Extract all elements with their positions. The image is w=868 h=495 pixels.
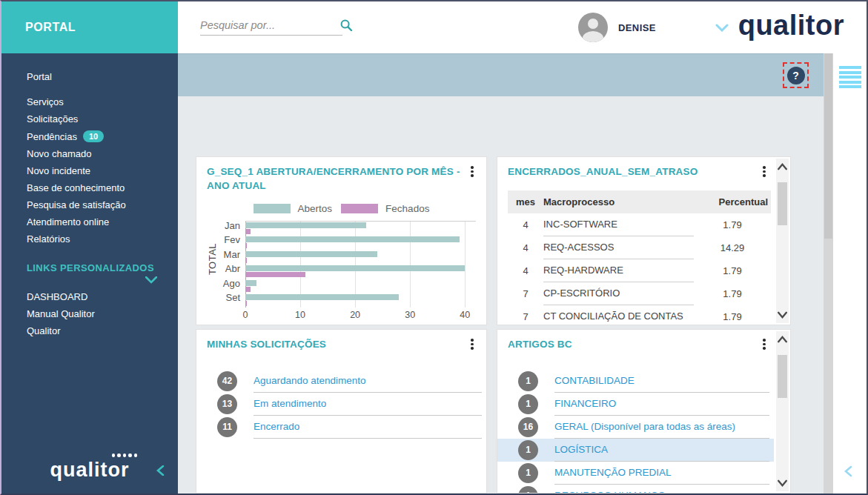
sidebar-item-relatorios[interactable]: Relatórios (1, 230, 178, 248)
page-scrollbar[interactable] (824, 53, 833, 494)
sidebar-item-qualitor[interactable]: Qualitor (1, 322, 178, 339)
artigo-category-link[interactable]: FINANCEIRO (554, 393, 769, 416)
bar-abertos (245, 294, 399, 300)
list-item: 1 CONTABILIDADE (497, 370, 774, 393)
user-avatar-icon (578, 13, 608, 42)
bar-abertos (245, 251, 377, 257)
sidebar-item-label: Qualitor (27, 325, 61, 336)
artigos-list: 1 CONTABILIDADE 1 FINANCEIRO 16 GERAL (D… (497, 370, 774, 494)
user-menu-chevron-down-icon[interactable] (715, 24, 729, 32)
widget-scrollbar (776, 159, 789, 323)
hamburger-menu-icon[interactable] (839, 66, 861, 88)
count-badge: 42 (217, 371, 237, 391)
legend-label: Abertos (298, 203, 333, 214)
content-row: ? G_SEQ_1 ABERTURA/ENCERRAMENTO POR MÊS … (178, 53, 867, 494)
app-window: PORTAL Portal Serviços Solicitações Pend… (0, 0, 868, 495)
right-side-panel (833, 53, 867, 494)
help-icon: ? (787, 67, 805, 84)
sidebar-header-title: PORTAL (1, 1, 178, 53)
chart-category-row (245, 265, 476, 279)
count-badge: 1 (518, 440, 538, 460)
logo-dots-icon (112, 454, 138, 457)
table-header-row: mes Macroprocesso Percentual (508, 190, 771, 213)
bar-fechados (245, 229, 251, 234)
sidebar-item-label: Novo chamado (27, 148, 91, 159)
table-row: 7 CP-ESCRITÓRIO 1.79 (508, 282, 771, 305)
chart-category-label: Fev (219, 235, 245, 250)
legend-swatch-abertos (254, 204, 291, 213)
widget-menu-kebab-icon[interactable] (759, 339, 769, 350)
sidebar-item-dashboard[interactable]: DASHBOARD (1, 288, 178, 305)
search-icon[interactable] (340, 19, 352, 31)
column-header-mes: mes (508, 196, 543, 207)
bar-fechados (245, 272, 305, 277)
x-tick-label: 10 (295, 310, 305, 320)
widget-title: G_SEQ_1 ABERTURA/ENCERRAMENTO POR MÊS - … (196, 157, 486, 193)
sidebar-item-label: DASHBOARD (27, 291, 87, 302)
solicitacao-link[interactable]: Encerrado (254, 416, 482, 439)
sidebar-collapse-chevron-icon[interactable] (156, 465, 165, 476)
sidebar-item-label: Serviços (27, 96, 64, 107)
chart-y-axis-label: TOTAL (207, 243, 218, 275)
sidebar-item-pesquisa-satisfacao[interactable]: Pesquisa de satisfação (1, 196, 178, 213)
sidebar-footer: qualitor (1, 459, 178, 482)
count-badge: 11 (217, 417, 237, 437)
cell-mes: 4 (508, 213, 543, 236)
artigo-category-link[interactable]: LOGÍSTICA (554, 439, 769, 462)
chart-category-row (245, 293, 476, 308)
chart-category-label: Ago (219, 279, 245, 293)
scrollbar-thumb[interactable] (778, 182, 787, 225)
scroll-up-icon[interactable] (777, 334, 788, 345)
user-menu[interactable]: DENISE (578, 13, 729, 42)
bar-fechados (245, 301, 247, 306)
sidebar-item-pendencias[interactable]: Pendências10 (1, 127, 178, 145)
search-input[interactable] (200, 19, 340, 31)
list-item: 42 Aguardando atendimento (196, 370, 486, 393)
artigo-category-link[interactable]: GERAL (Disponível para todas as áreas) (554, 416, 769, 439)
list-item-highlighted: 1 LOGÍSTICA (497, 439, 774, 462)
widget-menu-kebab-icon[interactable] (467, 339, 477, 350)
widget-scrollbar (776, 331, 789, 491)
artigo-category-link[interactable]: RECURSOS HUMANOS (554, 485, 769, 494)
count-badge: 1 (518, 394, 538, 414)
sidebar-item-servicos[interactable]: Serviços (1, 93, 178, 110)
widget-minhas-solicitacoes: MINHAS SOLICITAÇÕES 42 Aguardando atendi… (196, 329, 487, 494)
sidebar-item-portal[interactable]: Portal (1, 68, 178, 85)
cell-macroprocesso: CT CONCILIAÇÃO DE CONTAS (543, 305, 694, 325)
widget-menu-kebab-icon[interactable] (467, 166, 477, 177)
chart-category-row (245, 236, 476, 250)
chart-category-row (245, 279, 476, 294)
scroll-up-icon[interactable] (777, 162, 788, 172)
sidebar-item-manual-qualitor[interactable]: Manual Qualitor (1, 305, 178, 322)
cell-percentual: 1.79 (694, 259, 771, 282)
page-toolbar-band: ? (178, 53, 824, 96)
help-button[interactable]: ? (783, 62, 809, 88)
count-badge: 1 (518, 463, 538, 483)
cell-macroprocesso: REQ-HARDWARE (543, 259, 694, 282)
scroll-down-icon[interactable] (777, 310, 788, 320)
pendencias-count-badge: 10 (83, 130, 104, 142)
sidebar-item-label: Portal (27, 71, 52, 82)
cell-macroprocesso: INC-SOFTWARE (543, 213, 694, 236)
list-item: 13 Em atendimento (196, 393, 486, 416)
panel-collapse-chevron-icon[interactable] (844, 465, 852, 477)
sidebar-item-atendimento-online[interactable]: Atendimento online (1, 213, 178, 230)
sidebar-item-label: Novo incidente (27, 165, 90, 176)
sidebar: PORTAL Portal Serviços Solicitações Pend… (1, 1, 178, 494)
solicitacao-link[interactable]: Em atendimento (254, 393, 482, 416)
links-collapse-chevron-icon[interactable] (145, 276, 157, 284)
widget-artigos-bc: ARTIGOS BC 1 CONTABILIDADE 1 FINANCEIRO (497, 329, 791, 494)
scrollbar-thumb[interactable] (778, 355, 787, 398)
sidebar-item-base-conhecimento[interactable]: Base de conhecimento (1, 179, 178, 196)
page-scrollbar-thumb[interactable] (824, 53, 832, 239)
artigo-category-link[interactable]: MANUTENÇÃO PREDIAL (554, 462, 769, 485)
sidebar-item-novo-chamado[interactable]: Novo chamado (1, 145, 178, 162)
solicitacao-link[interactable]: Aguardando atendimento (254, 370, 482, 393)
widget-menu-kebab-icon[interactable] (759, 166, 769, 177)
sidebar-item-novo-incidente[interactable]: Novo incidente (1, 162, 178, 179)
scroll-down-icon[interactable] (777, 478, 788, 488)
sidebar-item-solicitacoes[interactable]: Solicitações (1, 110, 178, 127)
artigo-category-link[interactable]: CONTABILIDADE (554, 370, 769, 393)
x-tick-label: 20 (350, 310, 360, 320)
legend-label: Fechados (385, 203, 429, 214)
